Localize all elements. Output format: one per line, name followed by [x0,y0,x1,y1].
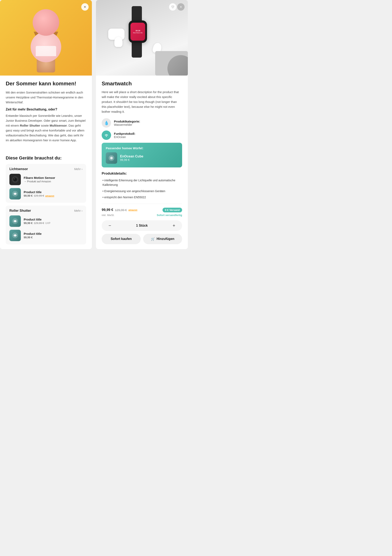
chevron-right-icon: › [81,167,83,171]
spec-value-funk: EnOcean [114,135,135,139]
product-thumb-roller1 [9,216,21,227]
cube-product: EnOcean Cube 99,99 € [106,152,178,164]
category-header-roller: Roller Shutter Mehr › [9,209,83,213]
radio-wave-icon [104,133,109,137]
purchase-section: 99,99 € 129,99 € amazon 0 € Versand inkl… [102,204,182,244]
quantity-row: − 1 Stück + [102,220,182,231]
category-roller-shutter: Roller Shutter Mehr › [6,206,86,244]
hinzufuegen-button[interactable]: 🛒 Hinzufügen [143,234,182,244]
product-name-fibaro: Fibaro Motion Sensor [24,176,83,179]
product-thumb-fibaro [9,174,21,185]
watch-time: 16:19 [135,30,140,32]
cube-product-icon [108,154,115,162]
cube-thumb [106,152,117,164]
product-item-fibaro: Fibaro Motion Sensor → Produkt auf Amazo… [9,174,83,185]
product-info-roller2: Product title 99,99 € [24,232,83,239]
watch-body: 16:19 New Music Mix [129,20,147,43]
price-row: 99,99 € 129,99 € amazon 0 € Versand [102,208,182,212]
product-price-roller2: 99,99 € [24,236,83,239]
heart-button[interactable]: ♡ [169,3,177,11]
watch-screen: 16:19 New Music Mix [131,23,145,41]
right-description: Here we will place a short description f… [102,90,182,114]
svg-point-7 [14,220,16,222]
spec-label-kategorie: Produktkategorie: [114,120,140,123]
cart-icon: 🛒 [151,237,155,241]
amazon-badge: amazon [45,195,54,197]
amazon-label-right: amazon [128,209,137,211]
product-price-lichtsensor2: 99,99 € 129,99 € amazon [24,194,83,197]
right-title: Smartwatch [102,80,182,87]
product-name-roller2: Product title [24,232,83,235]
product-thumb-lichtsensor2 [9,188,21,200]
watch-visual: 16:19 New Music Mix [96,0,188,76]
product-arrow-fibaro: → Produkt auf Amazon [24,180,83,183]
devices-heading: Diese Geräte brauchst du: [6,155,86,161]
left-intro: Mit den ersten Sonnenstrahlen schicken w… [6,90,86,105]
product-thumb-roller2 [9,230,21,241]
product-item-roller1: Product title 99,99 € 129,99 € UVP [9,216,83,227]
product-price-roller1: 99,99 € 129,99 € UVP [24,222,83,225]
watch-screen-text: New Music Mix [133,32,143,34]
mwst-row: inkl. MwSt. Sofort versandfertig [102,214,182,217]
watch-band-top [132,6,142,23]
main-price: 99,99 € 129,99 € amazon [102,208,137,212]
strike-price: 129,99 € [115,208,127,212]
product-item-lichtsensor2: Product title 99,99 € 129,99 € amazon [9,188,83,200]
left-text-content: Der Sommer kann kommen! Mit den ersten S… [0,76,92,150]
spec-row-kategorie: 💧 Produktkategorie: Wassermelder [102,118,182,128]
sofort-kaufen-button[interactable]: Sofort kaufen [102,234,141,244]
right-close-button[interactable]: × [177,3,184,11]
homee-cube-label: Passender homee Würfel: [106,147,178,150]
spec-text-funkprotokoll: Funkprotokoll: EnOcean [114,132,135,139]
chevron-right-icon-2: › [81,209,83,212]
current-price: 99,99 € [102,208,113,212]
mehr-link-lichtsensor[interactable]: Mehr › [74,167,83,171]
product-info-fibaro: Fibaro Motion Sensor → Produkt auf Amazo… [24,176,83,183]
homee-cube-box: Passender homee Würfel: EnOcean Cube 99,… [102,143,182,167]
category-title-roller: Roller Shutter [9,209,31,213]
roller-icon-2 [11,232,19,239]
spec-icon-funkprotokoll [102,131,111,140]
versand-badge: 0 € Versand [162,208,182,212]
spec-row-funkprotokoll: Funkprotokoll: EnOcean [102,131,182,140]
product-name-roller1: Product title [24,218,83,221]
hinzufuegen-label: Hinzufügen [157,237,174,241]
left-hero-image: × [0,0,92,76]
detail-bullet-3: • entspricht den Normen EN55022 [102,195,182,200]
mwst-text: inkl. MwSt. [102,214,115,217]
watch-band-bottom [132,41,142,58]
category-header-lichtsensor: Lichtsensor Mehr › [9,167,83,171]
left-close-button[interactable]: × [81,3,89,11]
devices-section: Diese Geräte brauchst du: Lichtsensor Me… [0,150,92,244]
quantity-minus-button[interactable]: − [107,222,113,229]
left-title: Der Sommer kann kommen! [6,80,86,87]
svg-point-9 [14,235,16,236]
lens-circle [167,55,188,76]
left-panel: × Der Sommer kann kommen! Mit den ersten… [0,0,92,249]
camera-lens-area [155,51,188,76]
quantity-plus-button[interactable]: + [171,222,177,229]
right-content: Smartwatch Here we will place a short de… [96,76,188,249]
svg-point-3 [14,178,15,179]
left-body: Entweder klassisch per Sonnenbrille wie … [6,113,86,143]
detail-bullet-1: • intelligente Erkennung der Lichtquelle… [102,178,182,187]
sensor-icon [11,190,19,197]
produktdetails-heading: Produktdetails: [102,171,182,176]
detail-bullet-2: • Energiemessung von angeschlossenen Ger… [102,189,182,193]
left-subheading: Zeit für mehr Beschattung, oder? [6,108,86,111]
cube-name: EnOcean Cube [120,154,143,158]
svg-point-5 [14,193,16,195]
product-info-roller1: Product title 99,99 € 129,99 € UVP [24,218,83,225]
mehr-link-roller[interactable]: Mehr › [74,209,83,212]
cube-info: EnOcean Cube 99,99 € [120,154,143,162]
versand-ready-text: Sofort versandfertig [157,214,182,217]
right-panel: 16:19 New Music Mix × ♡ Smartwatch Here … [96,0,188,249]
category-lichtsensor: Lichtsensor Mehr › [6,164,86,203]
category-title-lichtsensor: Lichtsensor [9,167,28,171]
spec-label-funk: Funkprotokoll: [114,132,135,135]
airpod-left [114,37,123,47]
produktdetails-section: Produktdetails: • intelligente Erkennung… [102,171,182,200]
svg-point-10 [106,136,107,137]
camera-icon [11,176,19,183]
quantity-value: 1 Stück [136,224,148,227]
